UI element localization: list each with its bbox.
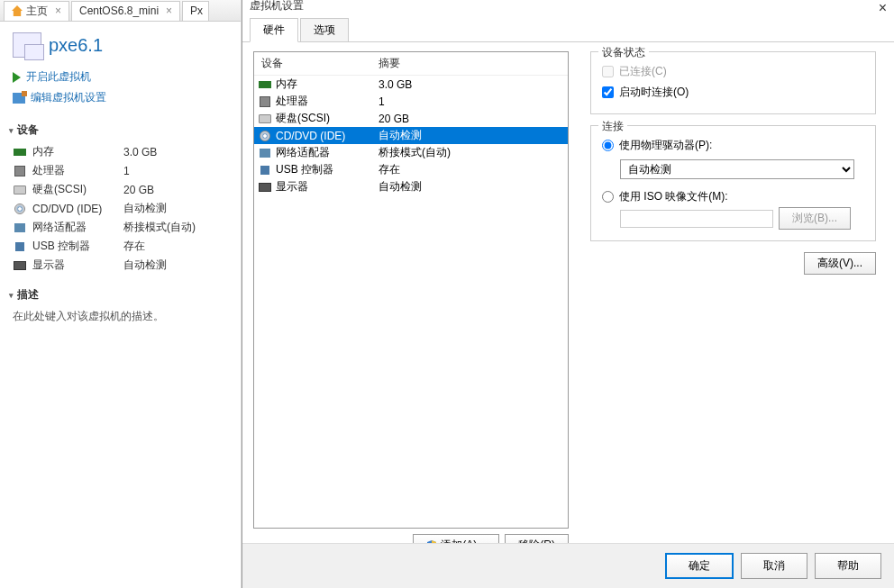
vm-header: pxe6.1 <box>0 22 241 63</box>
home-icon <box>12 5 23 16</box>
vm-name: pxe6.1 <box>49 35 103 56</box>
group-title: 设备状态 <box>598 45 649 60</box>
device-cpu[interactable]: 处理器1 <box>13 161 228 180</box>
cd-icon <box>260 131 270 141</box>
hardware-list: 设备 摘要 内存3.0 GB 处理器1 硬盘(SCSI)20 GB CD/DVD… <box>253 51 569 529</box>
action-label: 开启此虚拟机 <box>26 69 91 85</box>
close-icon[interactable]: × <box>55 5 61 17</box>
dialog-tabs: 硬件 选项 <box>242 14 894 42</box>
hw-cd[interactable]: CD/DVD (IDE)自动检测 <box>254 127 568 144</box>
hw-net[interactable]: 网络适配器桥接模式(自动) <box>254 144 568 161</box>
connection-group: 连接 使用物理驱动器(P): 自动检测 使用 ISO 映像文件(M): 浏览(B… <box>590 125 876 241</box>
usb-icon <box>260 166 269 175</box>
device-display[interactable]: 显示器自动检测 <box>13 256 228 275</box>
tab-options[interactable]: 选项 <box>300 18 349 42</box>
network-icon <box>14 223 25 232</box>
tab-label: Px <box>190 5 203 17</box>
connect-poweron-row[interactable]: 启动时连接(O) <box>602 82 864 103</box>
tab-centos[interactable]: CentOS6.8_mini × <box>71 1 180 21</box>
close-icon[interactable]: × <box>166 5 172 17</box>
dialog-footer: 确定 取消 帮助 <box>242 543 894 588</box>
connected-row: 已连接(C) <box>602 61 864 82</box>
device-memory[interactable]: 内存3.0 GB <box>13 142 228 161</box>
dialog-body: 设备 摘要 内存3.0 GB 处理器1 硬盘(SCSI)20 GB CD/DVD… <box>242 42 894 565</box>
device-net[interactable]: 网络适配器桥接模式(自动) <box>13 218 228 237</box>
vm-icon <box>13 32 41 58</box>
help-button[interactable]: 帮助 <box>815 553 881 579</box>
vm-settings-dialog: 虚拟机设置 × 硬件 选项 设备 摘要 内存3.0 GB 处理器1 硬盘(SCS… <box>242 0 894 588</box>
connected-label: 已连接(C) <box>619 64 667 79</box>
hw-disk[interactable]: 硬盘(SCSI)20 GB <box>254 110 568 127</box>
tab-hardware[interactable]: 硬件 <box>250 18 298 42</box>
tabs-bar: 主页 × CentOS6.8_mini × Px <box>0 0 241 22</box>
hw-display[interactable]: 显示器自动检测 <box>254 178 568 195</box>
group-title: 连接 <box>598 119 627 134</box>
description-text[interactable]: 在此处键入对该虚拟机的描述。 <box>0 305 241 328</box>
hw-cpu[interactable]: 处理器1 <box>254 93 568 110</box>
network-icon <box>260 149 270 158</box>
browse-button[interactable]: 浏览(B)... <box>779 207 851 230</box>
hardware-header: 设备 摘要 <box>254 52 568 76</box>
use-physical-radio[interactable] <box>602 140 614 151</box>
tab-home[interactable]: 主页 × <box>4 1 69 21</box>
vm-actions: 开启此虚拟机 编辑虚拟机设置 <box>0 63 241 117</box>
edit-icon <box>13 93 25 104</box>
usb-icon <box>15 242 24 251</box>
tab-label: CentOS6.8_mini <box>79 5 159 17</box>
play-icon <box>13 72 21 83</box>
display-icon <box>259 183 271 192</box>
hw-usb[interactable]: USB 控制器存在 <box>254 161 568 178</box>
tab-label: 主页 <box>26 4 48 19</box>
advanced-button[interactable]: 高级(V)... <box>804 252 876 275</box>
device-status-group: 设备状态 已连接(C) 启动时连接(O) <box>590 51 876 114</box>
connect-poweron-checkbox[interactable] <box>602 86 614 98</box>
use-iso-row[interactable]: 使用 ISO 映像文件(M): <box>602 186 864 207</box>
ok-button[interactable]: 确定 <box>665 553 734 579</box>
cancel-button[interactable]: 取消 <box>741 553 807 579</box>
iso-path-input[interactable] <box>620 210 773 228</box>
power-on-button[interactable]: 开启此虚拟机 <box>13 67 228 87</box>
connected-checkbox <box>602 66 614 77</box>
use-iso-label: 使用 ISO 映像文件(M): <box>619 189 728 204</box>
edit-settings-button[interactable]: 编辑虚拟机设置 <box>13 87 228 108</box>
dialog-close-button[interactable]: × <box>879 0 887 16</box>
device-cd[interactable]: CD/DVD (IDE)自动检测 <box>13 199 228 218</box>
device-usb[interactable]: USB 控制器存在 <box>13 237 228 256</box>
dialog-title: 虚拟机设置 <box>250 0 304 14</box>
vmware-sidebar: 主页 × CentOS6.8_mini × Px pxe6.1 开启此虚拟机 编… <box>0 0 242 588</box>
cd-icon <box>14 204 25 214</box>
cpu-icon <box>260 96 270 107</box>
dialog-titlebar: 虚拟机设置 <box>242 0 894 14</box>
display-icon <box>14 261 26 270</box>
use-physical-label: 使用物理驱动器(P): <box>619 138 712 153</box>
memory-icon <box>259 81 271 88</box>
devices-header[interactable]: 设备 <box>0 117 241 140</box>
device-list: 内存3.0 GB 处理器1 硬盘(SCSI)20 GB CD/DVD (IDE)… <box>0 140 241 282</box>
description-header[interactable]: 描述 <box>0 282 241 305</box>
physical-drive-select[interactable]: 自动检测 <box>620 159 854 179</box>
hardware-panel: 设备 摘要 内存3.0 GB 处理器1 硬盘(SCSI)20 GB CD/DVD… <box>253 51 569 556</box>
memory-icon <box>14 149 26 156</box>
disk-icon <box>14 185 26 194</box>
use-iso-radio[interactable] <box>602 191 614 203</box>
device-disk[interactable]: 硬盘(SCSI)20 GB <box>13 180 228 199</box>
use-physical-row[interactable]: 使用物理驱动器(P): <box>602 135 864 156</box>
hw-memory[interactable]: 内存3.0 GB <box>254 76 568 93</box>
tab-px[interactable]: Px <box>182 1 209 21</box>
col-summary: 摘要 <box>379 56 400 71</box>
disk-icon <box>259 114 271 123</box>
cpu-icon <box>14 166 25 176</box>
connect-poweron-label: 启动时连接(O) <box>619 85 689 100</box>
col-device: 设备 <box>261 56 379 71</box>
settings-panel: 设备状态 已连接(C) 启动时连接(O) 连接 使用物理驱动器(P): 自动检测 <box>583 51 883 556</box>
action-label: 编辑虚拟机设置 <box>31 90 106 105</box>
